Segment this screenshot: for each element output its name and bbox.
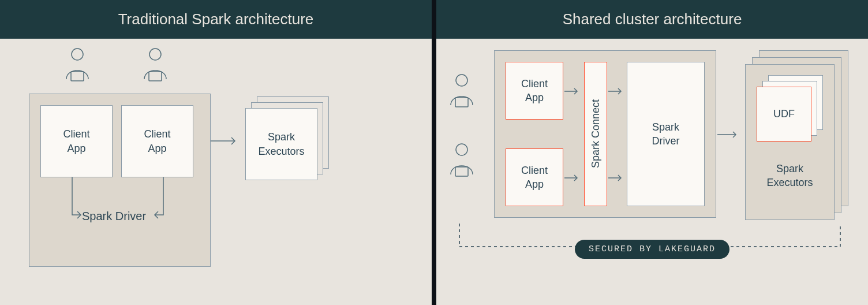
user-icon	[139, 47, 172, 90]
traditional-header: Traditional Spark architecture	[0, 0, 432, 39]
spark-executors-label: Spark Executors	[766, 162, 813, 190]
traditional-content: Client App Client App Spark Driver Spark…	[0, 39, 432, 305]
client-app-box: Client App	[121, 105, 193, 177]
svg-point-6	[456, 144, 467, 155]
spark-connect-box: Spark Connect	[584, 62, 607, 206]
client-app-box: Client App	[40, 105, 113, 177]
svg-rect-7	[455, 167, 468, 176]
shared-content: Client App Client App Spark Connect Spar…	[436, 39, 868, 305]
svg-point-2	[149, 49, 161, 60]
arrow-icon	[608, 87, 626, 96]
arrow-icon	[564, 173, 582, 183]
secured-badge: SECURED BY LAKEGUARD	[575, 240, 729, 259]
arrow-icon	[69, 177, 81, 224]
traditional-panel: Traditional Spark architecture Client Ap…	[0, 0, 432, 305]
shared-panel: Shared cluster architecture Client App C…	[436, 0, 868, 305]
spark-executors-box: Spark Executors	[245, 108, 317, 180]
spark-driver-label: Spark Driver	[82, 210, 146, 223]
arrow-icon	[717, 130, 740, 139]
spark-executors-stack: Spark Executors	[245, 96, 335, 186]
user-icon	[61, 47, 94, 90]
panel-divider	[432, 0, 436, 305]
svg-point-0	[72, 49, 83, 60]
udf-box: UDF	[757, 87, 811, 142]
client-app-box: Client App	[506, 62, 563, 120]
svg-rect-3	[149, 72, 162, 81]
spark-connect-label: Spark Connect	[589, 99, 603, 168]
arrow-icon	[155, 177, 166, 224]
svg-point-4	[456, 75, 467, 86]
user-icon	[445, 73, 478, 116]
user-icon	[445, 143, 478, 185]
svg-rect-1	[71, 72, 84, 81]
spark-driver-box: Spark Driver	[627, 62, 705, 206]
arrow-icon	[608, 173, 626, 183]
svg-rect-5	[455, 98, 468, 107]
shared-header: Shared cluster architecture	[436, 0, 868, 39]
arrow-icon	[211, 136, 240, 146]
client-app-box: Client App	[506, 148, 563, 206]
arrow-icon	[564, 87, 582, 96]
